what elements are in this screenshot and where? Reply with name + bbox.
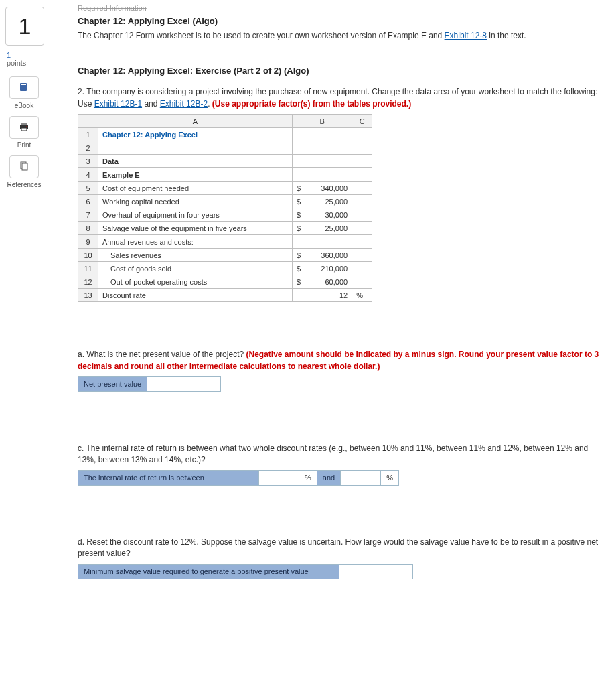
- cell-a: Out-of-pocket operating costs: [98, 275, 293, 289]
- cell-a: Discount rate: [98, 289, 293, 302]
- qa-text: a. What is the net present value of the …: [78, 350, 246, 359]
- cell-b: 25,000: [305, 195, 352, 208]
- irr-pct-2: %: [381, 470, 399, 485]
- cell-c: [352, 155, 372, 168]
- salvage-input[interactable]: [339, 564, 413, 579]
- cell-a: Cost of goods sold: [98, 262, 293, 275]
- cell-currency: [293, 141, 305, 155]
- cell-c: [352, 141, 372, 155]
- cell-b: 210,000: [305, 262, 352, 275]
- cell-currency: [293, 168, 305, 182]
- exercise-title: Chapter 12: Applying Excel: Exercise (Pa…: [78, 66, 605, 76]
- points-value: 1: [7, 51, 11, 59]
- book-icon: [19, 82, 29, 94]
- cell-a: Working capital needed: [98, 195, 293, 208]
- cell-b: 30,000: [305, 208, 352, 222]
- cell-currency: $: [293, 262, 305, 275]
- row-number: 10: [78, 249, 98, 262]
- cell-c: %: [352, 289, 372, 302]
- irr-and: and: [317, 470, 340, 485]
- data-spreadsheet: A B C 1Chapter 12: Applying Excel23Data4…: [78, 114, 372, 302]
- intro-text-b: in the text.: [487, 31, 526, 40]
- cell-a: Overhaul of equipment in four years: [98, 208, 293, 222]
- question-c-paragraph: c. The internal rate of return is betwee…: [78, 443, 605, 466]
- print-button[interactable]: [9, 116, 39, 139]
- irr-pct-1: %: [299, 470, 317, 485]
- cell-a: Annual revenues and costs:: [98, 235, 293, 249]
- references-button[interactable]: [9, 155, 39, 178]
- cell-a: Example E: [98, 168, 293, 182]
- ebook-label: eBook: [5, 102, 43, 109]
- row-number: 13: [78, 289, 98, 302]
- printer-icon: [19, 121, 29, 134]
- svg-rect-3: [21, 123, 27, 125]
- col-b-header: B: [293, 115, 352, 128]
- question-a-paragraph: a. What is the net present value of the …: [78, 349, 605, 372]
- cell-c: [352, 168, 372, 182]
- cell-currency: [293, 155, 305, 168]
- cell-b: 360,000: [305, 249, 352, 262]
- irr-input-high[interactable]: [341, 470, 381, 485]
- cell-b: [305, 168, 352, 182]
- print-label: Print: [5, 141, 43, 149]
- cell-currency: $: [293, 195, 305, 208]
- svg-point-5: [26, 126, 27, 127]
- cell-c: [352, 128, 372, 141]
- col-a-header: A: [98, 115, 293, 128]
- cell-b: [305, 128, 352, 141]
- irr-input-low[interactable]: [259, 470, 299, 485]
- cell-a: Salvage value of the equipment in five y…: [98, 222, 293, 235]
- irr-label: The internal rate of return is between: [78, 470, 259, 485]
- row-number: 12: [78, 275, 98, 289]
- row-number: 8: [78, 222, 98, 235]
- cell-a: Data: [98, 155, 293, 168]
- copy-icon: [19, 161, 29, 174]
- svg-rect-7: [22, 163, 27, 170]
- exhibit-12-8-link[interactable]: Exhibit 12-8: [445, 31, 487, 40]
- cell-c: [352, 249, 372, 262]
- cell-b: [305, 155, 352, 168]
- salvage-answer-table: Minimum salvage value required to genera…: [78, 564, 413, 579]
- exhibit-12b-1-link[interactable]: Exhibit 12B-1: [94, 99, 142, 109]
- cell-c: [352, 222, 372, 235]
- svg-rect-1: [21, 84, 26, 85]
- cell-a: [98, 141, 293, 155]
- npv-label: Net present value: [78, 376, 147, 391]
- chapter-title: Chapter 12: Applying Excel (Algo): [78, 16, 605, 26]
- ebook-button[interactable]: [9, 76, 39, 99]
- intro-paragraph: The Chapter 12 Form worksheet is to be u…: [78, 30, 605, 42]
- cell-c: [352, 195, 372, 208]
- cell-b: 340,000: [305, 182, 352, 195]
- intro-text-a: The Chapter 12 Form worksheet is to be u…: [78, 31, 445, 40]
- cell-c: [352, 275, 372, 289]
- corner-cell: [78, 115, 98, 128]
- irr-answer-table: The internal rate of return is between %…: [78, 470, 399, 486]
- npv-input[interactable]: [147, 376, 221, 391]
- exhibit-12b-2-link[interactable]: Exhibit 12B-2: [160, 99, 208, 109]
- cell-c: [352, 262, 372, 275]
- npv-answer-table: Net present value: [78, 376, 221, 392]
- row-number: 4: [78, 168, 98, 182]
- cell-currency: $: [293, 222, 305, 235]
- question-d-paragraph: d. Reset the discount rate to 12%. Suppo…: [78, 537, 605, 560]
- q2-red-instruction: (Use appropriate factor(s) from the tabl…: [212, 99, 411, 109]
- cell-a: Sales revenues: [98, 249, 293, 262]
- required-information-label: Required Information: [78, 4, 605, 12]
- cell-currency: [293, 235, 305, 249]
- row-number: 9: [78, 235, 98, 249]
- cell-b: [305, 235, 352, 249]
- row-number: 3: [78, 155, 98, 168]
- points-text: points: [7, 59, 26, 67]
- row-number: 5: [78, 182, 98, 195]
- cell-currency: [293, 128, 305, 141]
- q2-and: and: [142, 99, 160, 109]
- row-number: 2: [78, 141, 98, 155]
- cell-a: Cost of equipment needed: [98, 182, 293, 195]
- cell-c: [352, 208, 372, 222]
- svg-rect-4: [21, 128, 27, 131]
- salvage-label: Minimum salvage value required to genera…: [78, 564, 339, 579]
- col-c-header: C: [352, 115, 372, 128]
- row-number: 11: [78, 262, 98, 275]
- cell-c: [352, 235, 372, 249]
- cell-currency: $: [293, 182, 305, 195]
